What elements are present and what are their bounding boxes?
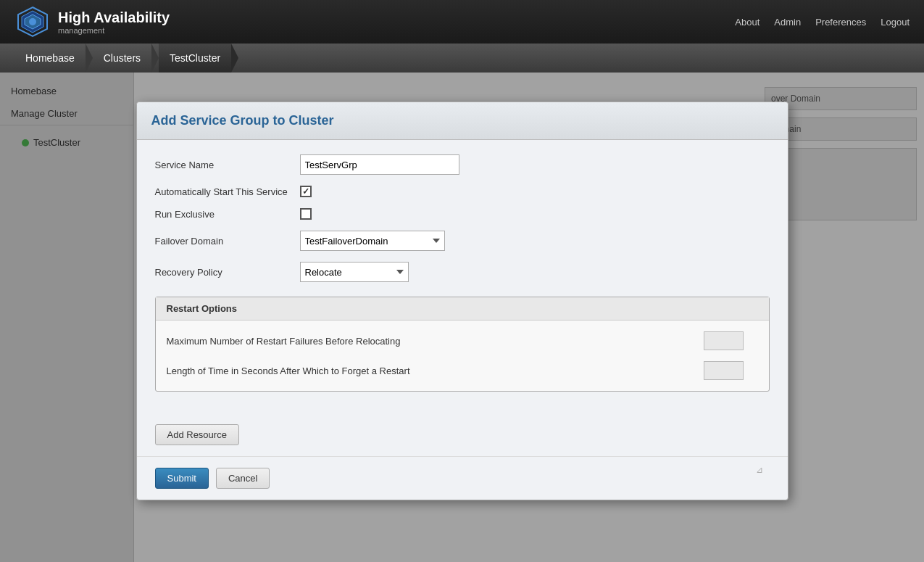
resize-handle[interactable]: ⊿ [756, 465, 766, 475]
max-restart-label: Maximum Number of Restart Failures Befor… [167, 336, 401, 347]
modal-title: Add Service Group to Cluster [151, 113, 773, 128]
modal-body: Service Name Automatically Start This Se… [137, 140, 788, 421]
breadcrumb-testcluster[interactable]: TestCluster [159, 44, 231, 73]
forget-time-input[interactable] [704, 361, 744, 380]
recovery-policy-row: Recovery Policy Relocate Restart Disable [155, 262, 770, 282]
forget-time-label: Length of Time in Seconds After Which to… [167, 365, 410, 376]
add-resource-button[interactable]: Add Resource [155, 424, 239, 445]
cancel-button[interactable]: Cancel [216, 468, 270, 489]
topbar: High Availability management About Admin… [0, 0, 924, 44]
failover-domain-label: Failover Domain [155, 236, 300, 247]
restart-options-box: Restart Options Maximum Number of Restar… [155, 297, 770, 392]
top-nav: About Admin Preferences Logout [735, 17, 910, 28]
modal-header: Add Service Group to Cluster [137, 102, 788, 140]
service-name-row: Service Name [155, 154, 770, 175]
preferences-link[interactable]: Preferences [815, 17, 866, 28]
auto-start-row: Automatically Start This Service [155, 186, 770, 197]
service-name-input[interactable] [300, 154, 459, 175]
restart-options-title: Restart Options [156, 297, 769, 321]
run-exclusive-row: Run Exclusive [155, 208, 770, 220]
service-name-label: Service Name [155, 160, 300, 170]
logout-link[interactable]: Logout [881, 17, 910, 28]
max-restart-input[interactable] [704, 331, 744, 350]
recovery-policy-label: Recovery Policy [155, 267, 300, 278]
submit-button[interactable]: Submit [155, 468, 209, 489]
breadcrumb-clusters[interactable]: Clusters [93, 44, 151, 73]
logo: High Availability management [14, 4, 170, 40]
about-link[interactable]: About [735, 17, 759, 28]
max-restart-row: Maximum Number of Restart Failures Befor… [167, 331, 758, 350]
logo-icon [14, 4, 51, 40]
auto-start-checkbox[interactable] [300, 186, 312, 197]
logo-subtitle: management [58, 26, 170, 35]
logo-text-container: High Availability management [58, 9, 170, 35]
failover-domain-select[interactable]: TestFailoverDomain None [300, 231, 445, 251]
auto-start-label: Automatically Start This Service [155, 186, 300, 197]
run-exclusive-label: Run Exclusive [155, 209, 300, 220]
admin-link[interactable]: Admin [774, 17, 801, 28]
logo-title: High Availability [58, 9, 170, 26]
run-exclusive-checkbox[interactable] [300, 208, 312, 220]
breadcrumb-bar: Homebase Clusters TestCluster [0, 44, 924, 73]
modal-overlay: Add Service Group to Cluster Service Nam… [0, 73, 924, 562]
modal-footer: Submit Cancel ⊿ [137, 456, 788, 500]
svg-point-3 [29, 18, 36, 25]
restart-options-content: Maximum Number of Restart Failures Befor… [156, 321, 769, 391]
recovery-policy-select[interactable]: Relocate Restart Disable [300, 262, 409, 282]
failover-domain-row: Failover Domain TestFailoverDomain None [155, 231, 770, 251]
add-resource-section: Add Resource [137, 421, 788, 456]
add-service-group-modal: Add Service Group to Cluster Service Nam… [136, 102, 788, 500]
forget-time-row: Length of Time in Seconds After Which to… [167, 361, 758, 380]
breadcrumb-homebase[interactable]: Homebase [14, 44, 86, 73]
